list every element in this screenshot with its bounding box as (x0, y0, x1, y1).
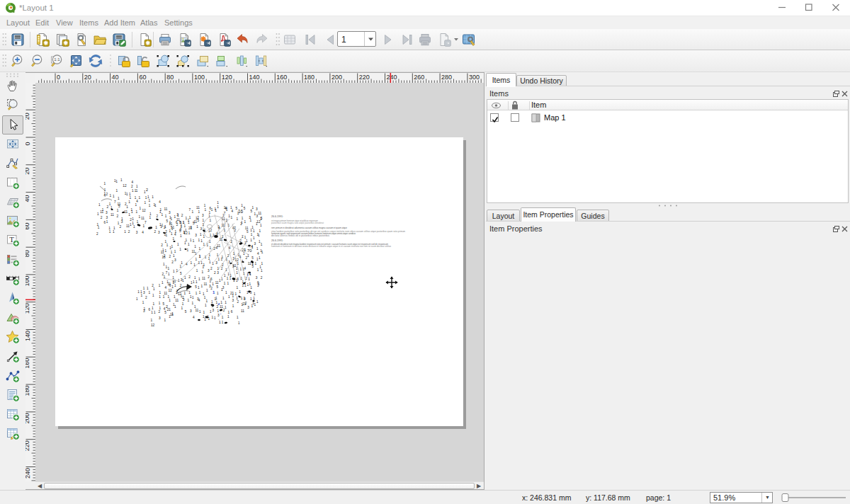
svg-text:20: 20 (26, 113, 31, 120)
svg-text:1: 1 (165, 214, 167, 218)
svg-text:2: 2 (152, 284, 154, 287)
svg-text:1: 1 (209, 260, 211, 264)
svg-text:1: 1 (239, 290, 241, 294)
svg-text:1: 1 (209, 280, 211, 283)
svg-text:1: 1 (115, 180, 118, 183)
svg-text:5: 5 (180, 272, 182, 275)
svg-text:1: 1 (118, 197, 120, 200)
svg-text:2: 2 (245, 302, 247, 305)
svg-text:2: 2 (208, 275, 210, 279)
svg-text:1: 1 (151, 319, 153, 322)
svg-text:2: 2 (237, 300, 239, 304)
svg-text:21: 21 (188, 227, 193, 230)
svg-text:4: 4 (257, 252, 259, 256)
svg-text:1: 1 (139, 196, 141, 200)
svg-text:1: 1 (222, 297, 225, 300)
svg-text:11: 11 (203, 282, 207, 286)
svg-text:1: 1 (212, 282, 214, 286)
svg-text:2: 2 (166, 304, 168, 309)
svg-text:3: 3 (217, 271, 219, 275)
svg-text:5: 5 (162, 302, 164, 306)
svg-text:1: 1 (117, 209, 119, 212)
svg-text:2: 2 (120, 225, 122, 229)
svg-text:3: 3 (169, 211, 171, 214)
svg-text:5: 5 (251, 256, 254, 260)
svg-text:0: 0 (26, 142, 31, 145)
svg-text:1: 1 (256, 247, 259, 251)
svg-text:1: 1 (136, 210, 138, 214)
svg-text:2: 2 (171, 260, 174, 264)
svg-text:4: 4 (132, 181, 134, 184)
svg-text:1: 1 (196, 269, 198, 273)
svg-text:3: 3 (254, 242, 256, 246)
svg-text:3: 3 (121, 220, 123, 224)
svg-text:1: 1 (172, 237, 174, 241)
svg-text:1: 1 (130, 196, 132, 200)
svg-text:3: 3 (174, 258, 176, 262)
svg-text:1: 1 (180, 234, 182, 238)
svg-text:4: 4 (142, 231, 144, 234)
svg-text:1: 1 (191, 261, 193, 265)
svg-text:1: 1 (169, 216, 171, 219)
svg-text:1: 1 (171, 285, 174, 289)
svg-text:2: 2 (214, 271, 216, 275)
svg-text:1: 1 (181, 261, 183, 265)
svg-text:2: 2 (159, 310, 161, 314)
svg-text:6: 6 (149, 308, 151, 311)
svg-text:1: 1 (214, 316, 216, 320)
svg-text:1: 1 (253, 229, 255, 233)
svg-text:1: 1 (261, 251, 264, 254)
svg-text:1: 1 (253, 297, 255, 300)
svg-text:11: 11 (126, 224, 130, 228)
svg-text:1: 1 (238, 321, 240, 325)
svg-text:16: 16 (238, 209, 244, 214)
svg-text:1: 1 (202, 265, 204, 269)
svg-text:1: 1 (259, 256, 261, 260)
svg-text:3: 3 (106, 216, 108, 219)
svg-text:1: 1 (159, 284, 161, 287)
svg-text:1: 1 (184, 241, 186, 245)
svg-text:1: 1 (259, 229, 261, 233)
svg-text:2: 2 (246, 256, 248, 260)
svg-text:3: 3 (195, 234, 197, 237)
svg-text:1: 1 (204, 208, 206, 212)
svg-text:1: 1 (128, 200, 130, 204)
svg-text:2: 2 (223, 309, 225, 312)
svg-text:1: 1 (257, 284, 259, 287)
svg-text:2: 2 (106, 193, 108, 196)
svg-text:1: 1 (141, 294, 143, 297)
svg-text:2: 2 (96, 232, 98, 236)
svg-text:3: 3 (244, 297, 246, 301)
svg-text:1: 1 (248, 277, 250, 281)
svg-text:2: 2 (154, 230, 157, 234)
svg-text:1: 1 (120, 178, 123, 182)
svg-text:1: 1 (200, 285, 203, 288)
svg-text:1 1: 1 1 (219, 321, 224, 324)
svg-text:1: 1 (162, 213, 164, 217)
svg-text:1: 1 (126, 205, 128, 209)
svg-text:26.6.1991:: 26.6.1991: (271, 239, 283, 242)
svg-text:3: 3 (217, 314, 220, 317)
svg-text:1: 1 (256, 222, 258, 226)
svg-text:1: 1 (159, 302, 161, 305)
svg-text:1: 1 (164, 275, 166, 279)
svg-text:3: 3 (200, 227, 203, 231)
svg-text:1: 1 (168, 282, 170, 286)
svg-text:1: 1 (179, 248, 181, 251)
svg-text:11: 11 (100, 210, 103, 214)
svg-text:280: 280 (441, 74, 452, 81)
svg-text:1: 1 (174, 215, 176, 219)
svg-text:12: 12 (184, 231, 188, 235)
svg-text:1: 1 (152, 307, 154, 310)
svg-text:2: 2 (222, 263, 224, 267)
svg-text:1: 1 (147, 195, 149, 199)
svg-text:2: 2 (180, 284, 182, 287)
svg-text:1: 1 (188, 219, 190, 222)
svg-text:1: 1 (206, 289, 208, 292)
svg-text:1: 1 (204, 204, 206, 207)
svg-text:260: 260 (414, 74, 424, 81)
svg-text:2: 2 (156, 214, 158, 218)
svg-text:1: 1 (152, 294, 154, 297)
svg-text:1: 1 (177, 214, 179, 217)
svg-text:11: 11 (196, 206, 200, 210)
